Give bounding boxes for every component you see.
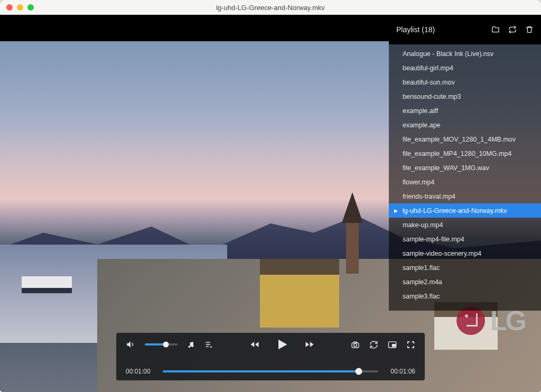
playlist-item[interactable]: friends-traval.mp4 [389, 189, 541, 203]
svg-point-1 [192, 345, 194, 347]
scenery-spire [342, 192, 363, 223]
playlist-actions [491, 25, 534, 34]
playlist-items: Analogue - Black Ink (Live).nsvbeautiful… [389, 44, 541, 303]
controls-left [126, 340, 213, 349]
folder-icon[interactable] [491, 25, 500, 34]
trash-icon[interactable] [525, 25, 534, 34]
playlist-item[interactable]: file_example_MP4_1280_10MG.mp4 [389, 146, 541, 161]
playlist-item[interactable]: make-up.mp4 [389, 218, 541, 232]
playlist-item[interactable]: lg-uhd-LG-Greece-and-Norway.mkv [389, 203, 541, 218]
svg-rect-5 [393, 344, 396, 346]
rewind-icon[interactable] [248, 339, 261, 350]
playlist-item[interactable]: example.aiff [389, 104, 541, 118]
playback-controls: 00:01:00 00:01:06 [116, 333, 425, 380]
close-button[interactable] [6, 4, 13, 11]
forward-icon[interactable] [303, 339, 316, 350]
pip-icon[interactable] [388, 340, 397, 349]
playlist-item[interactable]: sample-mp4-file.mp4 [389, 232, 541, 246]
app-window: lg-uhd-LG-Greece-and-Norway.mkv LG Pla [0, 0, 541, 392]
music-note-icon[interactable] [187, 341, 195, 349]
playlist-icon[interactable] [204, 340, 213, 349]
volume-icon[interactable] [126, 340, 135, 349]
playlist-item[interactable]: sample-video-scenery.mp4 [389, 246, 541, 260]
playlist-title: Playlist (18) [396, 25, 435, 34]
progress-slider[interactable] [163, 370, 378, 372]
playlist-item[interactable]: beautiful-sun.mov [389, 75, 541, 89]
window-title: lg-uhd-LG-Greece-and-Norway.mkv [216, 4, 325, 12]
playlist-item[interactable]: sample3.flac [389, 289, 541, 303]
minimize-button[interactable] [17, 4, 23, 11]
loop-icon[interactable] [508, 25, 517, 34]
controls-center [248, 337, 316, 352]
scenery-building [260, 259, 339, 328]
lg-logo-icon [456, 306, 485, 335]
current-time: 00:01:00 [126, 368, 156, 375]
playlist-item[interactable]: beautiful-girl.mp4 [389, 61, 541, 75]
play-icon[interactable] [275, 337, 290, 352]
playlist-item[interactable]: Analogue - Black Ink (Live).nsv [389, 46, 541, 61]
playlist-item[interactable]: sample1.flac [389, 260, 541, 275]
playlist-item[interactable]: flower.mp4 [389, 175, 541, 189]
window-controls [6, 4, 34, 11]
playlist-panel: Playlist (18) Analogue - Black Ink (Live… [389, 15, 541, 311]
svg-point-0 [189, 346, 191, 348]
playlist-item[interactable]: sample2.m4a [389, 275, 541, 289]
content-area: LG Playlist (18) Analogue [0, 15, 541, 392]
playlist-item[interactable]: file_example_WAV_1MG.wav [389, 161, 541, 175]
playlist-item[interactable]: bensound-cute.mp3 [389, 89, 541, 104]
progress-fill [163, 370, 359, 372]
svg-point-3 [354, 343, 357, 347]
progress-row: 00:01:00 00:01:06 [126, 368, 415, 375]
camera-icon[interactable] [351, 340, 360, 349]
titlebar: lg-uhd-LG-Greece-and-Norway.mkv [0, 0, 541, 15]
progress-thumb[interactable] [356, 368, 362, 375]
total-time: 00:01:06 [385, 368, 415, 375]
playlist-item[interactable]: example.ape [389, 118, 541, 132]
fullscreen-icon[interactable] [406, 340, 415, 349]
playlist-item[interactable]: file_example_MOV_1280_1_4MB.mov [389, 132, 541, 146]
volume-slider[interactable] [145, 343, 178, 346]
rotate-icon[interactable] [369, 340, 378, 349]
scenery-ferry [22, 276, 72, 293]
controls-right [351, 340, 415, 349]
maximize-button[interactable] [27, 4, 34, 11]
volume-thumb[interactable] [163, 342, 169, 348]
playlist-header: Playlist (18) [389, 15, 541, 44]
